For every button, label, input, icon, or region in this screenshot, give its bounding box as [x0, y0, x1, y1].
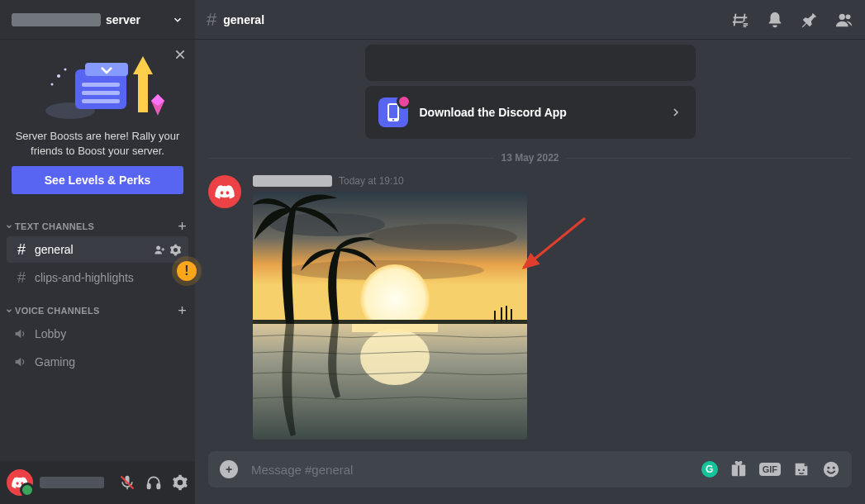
gif-icon[interactable]: GIF — [759, 463, 781, 476]
channel-label: Lobby — [35, 327, 182, 340]
svg-rect-37 — [494, 311, 496, 322]
speaker-icon — [13, 355, 30, 368]
svg-rect-6 — [82, 99, 120, 103]
message-author-redacted[interactable] — [253, 175, 332, 187]
message-avatar[interactable] — [208, 175, 241, 208]
svg-rect-8 — [138, 74, 148, 112]
svg-point-48 — [827, 467, 829, 469]
boost-promo-card: Server Boosts are here! Rally your frien… — [0, 40, 195, 207]
mute-mic-icon[interactable] — [119, 474, 135, 491]
channel-label: clips-and-highlights — [35, 271, 182, 284]
boost-levels-button[interactable]: See Levels & Perks — [12, 166, 183, 194]
user-avatar[interactable] — [7, 469, 33, 496]
close-icon[interactable] — [173, 48, 187, 61]
hash-icon: # — [13, 269, 30, 287]
download-app-label: Download the Discord App — [420, 106, 658, 119]
attach-plus-icon[interactable]: + — [220, 460, 238, 478]
download-app-card[interactable]: Download the Discord App — [365, 86, 696, 139]
boost-text: Server Boosts are here! Rally your frien… — [12, 129, 183, 158]
svg-point-12 — [57, 74, 60, 78]
main-area: # general Download the Discord App — [195, 0, 865, 504]
messages-area: Download the Discord App 13 May 2022 Tod… — [195, 40, 865, 451]
caret-down-icon — [5, 307, 13, 315]
gift-icon[interactable] — [730, 460, 748, 478]
message-input[interactable] — [250, 462, 690, 478]
server-header[interactable]: server — [0, 0, 195, 40]
hash-icon: # — [13, 241, 30, 259]
svg-rect-26 — [389, 105, 397, 118]
svg-rect-4 — [82, 83, 120, 87]
threads-icon[interactable] — [731, 11, 749, 29]
warning-badge[interactable]: ! — [177, 261, 197, 281]
speaker-icon — [13, 327, 30, 340]
channel-label: Gaming — [35, 355, 182, 368]
message: Today at 19:10 — [208, 169, 852, 440]
channel-title: general — [223, 13, 264, 26]
boost-illustration — [12, 51, 183, 122]
sticker-icon[interactable] — [792, 460, 810, 478]
channel-label: general — [35, 243, 149, 256]
pinned-messages-icon[interactable] — [801, 11, 819, 29]
welcome-card-partial[interactable] — [365, 45, 696, 81]
chevron-down-icon — [172, 14, 183, 26]
gear-icon[interactable] — [169, 244, 182, 256]
svg-rect-40 — [352, 324, 438, 332]
user-panel — [0, 461, 195, 504]
voice-channels-label: VOICE CHANNELS — [15, 306, 100, 316]
server-name-redacted — [12, 13, 101, 26]
grammarly-icon[interactable]: G — [701, 461, 718, 478]
svg-point-49 — [833, 467, 835, 469]
svg-point-13 — [64, 69, 67, 71]
caret-down-icon — [5, 222, 13, 231]
notifications-bell-icon[interactable] — [766, 11, 784, 29]
voice-channel-gaming[interactable]: Gaming — [7, 349, 188, 375]
svg-point-27 — [392, 119, 393, 121]
hash-icon: # — [207, 9, 216, 31]
svg-point-30 — [368, 224, 517, 250]
channel-header: # general — [195, 0, 865, 40]
svg-point-15 — [156, 245, 160, 250]
channel-clips-and-highlights[interactable]: # clips-and-highlights — [7, 264, 188, 291]
svg-rect-35 — [506, 306, 507, 322]
svg-marker-9 — [133, 56, 153, 74]
svg-point-14 — [51, 83, 54, 86]
add-channel-icon[interactable]: + — [178, 219, 187, 234]
svg-rect-36 — [511, 309, 512, 322]
voice-channels-header[interactable]: VOICE CHANNELS + — [0, 292, 195, 320]
user-name[interactable] — [40, 477, 112, 488]
message-attachment-image[interactable] — [253, 192, 527, 440]
svg-point-24 — [846, 14, 851, 19]
svg-rect-44 — [738, 465, 739, 477]
text-channels-header[interactable]: TEXT CHANNELS + — [0, 207, 195, 235]
server-name-suffix: server — [106, 13, 140, 26]
member-list-icon[interactable] — [835, 11, 853, 29]
svg-point-23 — [839, 13, 845, 19]
svg-rect-21 — [157, 484, 159, 489]
svg-point-46 — [803, 469, 805, 471]
chevron-right-icon — [669, 106, 682, 119]
date-divider: 13 May 2022 — [208, 152, 852, 164]
svg-rect-20 — [148, 484, 150, 489]
headphones-icon[interactable] — [145, 474, 162, 491]
svg-rect-34 — [501, 307, 502, 322]
text-channels-label: TEXT CHANNELS — [15, 221, 94, 231]
mobile-phone-icon — [378, 97, 408, 127]
svg-rect-5 — [82, 91, 120, 95]
voice-channel-lobby[interactable]: Lobby — [7, 321, 188, 347]
svg-point-45 — [798, 469, 800, 471]
add-channel-icon[interactable]: + — [178, 303, 187, 318]
settings-gear-icon[interactable] — [172, 474, 188, 491]
svg-point-47 — [824, 462, 839, 477]
date-divider-label: 13 May 2022 — [501, 152, 558, 164]
server-sidebar: server — [0, 0, 195, 504]
channel-general[interactable]: # general — [7, 236, 188, 263]
message-composer: + G GIF — [208, 451, 852, 487]
message-timestamp: Today at 19:10 — [339, 175, 404, 187]
invite-icon[interactable] — [154, 244, 166, 256]
emoji-icon[interactable] — [822, 460, 840, 478]
